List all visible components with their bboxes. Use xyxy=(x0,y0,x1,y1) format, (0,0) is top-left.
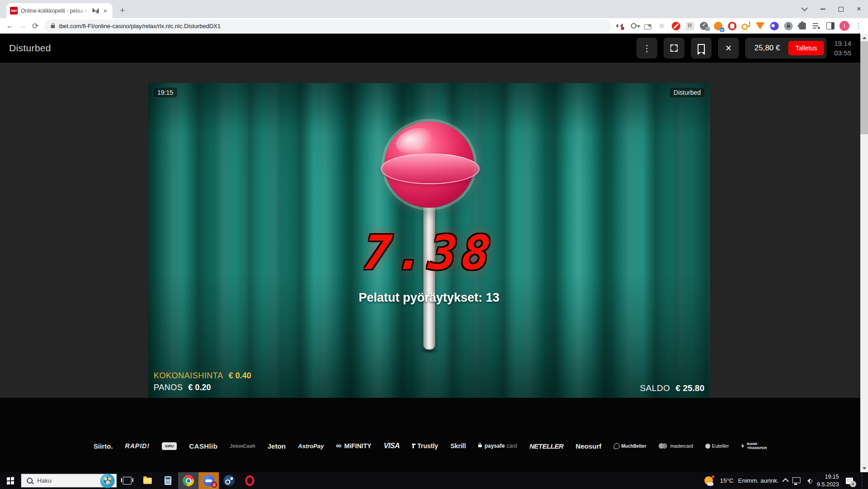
reload-button[interactable]: ⟳ xyxy=(29,20,42,32)
balance-info: SALDO € 25.80 xyxy=(640,383,704,393)
calculator-button[interactable] xyxy=(158,472,178,489)
deposit-button[interactable]: Talletus xyxy=(788,41,824,55)
game-menu-button[interactable]: ⋮ xyxy=(636,38,657,59)
lollipop-wrapper-band xyxy=(381,153,480,184)
smiley-extension-icon[interactable] xyxy=(768,20,780,32)
back-button[interactable]: ← xyxy=(4,20,16,32)
windows-taskbar: Haku 6 15°C Enimm. aurink. 19.15 9.5.202… xyxy=(0,472,868,489)
close-game-button[interactable]: × xyxy=(718,38,739,59)
game-canvas[interactable]: 19:15 Disturbed 7.38 Pelatut pyöräytykse… xyxy=(148,83,710,398)
weather-description[interactable]: Enimm. aurink. xyxy=(738,477,779,484)
search-highlight-image[interactable] xyxy=(100,474,115,488)
payment-logo-siirto: Siirto. xyxy=(93,442,113,450)
speedtest-extension-icon[interactable] xyxy=(698,20,710,32)
window-close-button[interactable]: × xyxy=(850,0,868,18)
action-center-button[interactable]: 4 xyxy=(844,475,855,487)
site-favicon: ibet xyxy=(10,7,18,15)
new-tab-button[interactable]: + xyxy=(116,4,129,17)
side-panel-icon[interactable] xyxy=(824,20,836,32)
windows-logo-icon xyxy=(7,477,14,484)
bet-label: PANOS xyxy=(154,381,183,393)
bet-info: KOKONAISHINTA € 0.40 PANOS € 0.20 xyxy=(154,370,251,393)
forward-button[interactable]: → xyxy=(16,20,29,32)
taskbar-clock[interactable]: 19.15 9.5.2023 xyxy=(817,473,839,488)
notification-count-badge: 4 xyxy=(850,481,856,487)
r-extension-icon[interactable]: R xyxy=(684,20,696,32)
blocker-hand-extension-icon[interactable] xyxy=(726,20,738,32)
metamask-extension-icon[interactable] xyxy=(754,20,766,32)
steam-taskbar-button[interactable] xyxy=(219,472,239,489)
euteller-icon xyxy=(705,444,710,449)
media-mute-icon[interactable] xyxy=(614,20,626,32)
payment-logo-euteller: Euteller xyxy=(705,443,729,449)
chrome-icon xyxy=(183,475,194,486)
payment-logo-muchbetter: MuchBetter xyxy=(614,443,646,449)
fullscreen-button[interactable] xyxy=(664,38,684,59)
volume-icon[interactable] xyxy=(805,478,812,484)
payment-logo-neosurf: Neosurf xyxy=(576,442,601,450)
payment-logo-astropay: AstroPay xyxy=(298,443,324,450)
opera-taskbar-button[interactable] xyxy=(239,472,260,489)
search-label: Haku xyxy=(37,477,52,484)
taskbar-search[interactable]: Haku xyxy=(21,474,117,488)
profile-avatar[interactable]: I xyxy=(839,20,850,32)
url-text[interactable]: ibet.com/fi-FI/online-casino/play/relax/… xyxy=(59,23,221,29)
media-playlist-icon[interactable] xyxy=(810,20,822,32)
window-minimize-button[interactable] xyxy=(814,0,832,18)
payment-logo-rapid: RAPID! xyxy=(125,442,150,450)
spins-played-text: Pelatut pyöräytykset: 13 xyxy=(148,291,710,305)
bookmark-star-icon[interactable]: ☆ xyxy=(656,20,668,32)
multiplier-display: 7.38 xyxy=(148,229,710,276)
search-icon xyxy=(27,478,33,484)
game-app-taskbar-button[interactable]: 6 xyxy=(199,472,219,489)
muchbetter-icon xyxy=(614,443,620,449)
game-clock-badge: 19:15 xyxy=(153,87,178,98)
tab-close-button[interactable]: × xyxy=(102,7,109,15)
tray-overflow-chevron-icon[interactable] xyxy=(782,478,789,484)
calculator-icon xyxy=(165,476,171,485)
file-explorer-button[interactable] xyxy=(137,472,158,489)
infinity-icon: ∞ xyxy=(336,441,341,450)
favorite-button[interactable] xyxy=(691,38,712,59)
payment-logo-jeton: Jeton xyxy=(267,442,286,450)
toolbar-icons: ☆ R m ! I ⋮ xyxy=(614,20,864,32)
share-icon[interactable] xyxy=(642,20,654,32)
privacy-lock-extension-icon[interactable] xyxy=(782,20,794,32)
saldo-label: SALDO xyxy=(640,383,670,393)
scrollbar-up-arrow[interactable] xyxy=(860,34,868,41)
browser-tab[interactable]: ibet Online-kolikkopelit - pelaa k × xyxy=(6,3,112,18)
task-view-button[interactable] xyxy=(117,472,137,489)
https-lock-icon[interactable] xyxy=(51,25,55,28)
app-notification-badge: 6 xyxy=(211,482,217,488)
extensions-puzzle-icon[interactable] xyxy=(796,20,808,32)
proxy-extension-icon[interactable]: m xyxy=(712,20,724,32)
bank-transfer-icon xyxy=(741,444,744,449)
network-icon[interactable] xyxy=(792,477,800,483)
scrollbar-down-arrow[interactable] xyxy=(860,465,868,472)
page-scrollbar[interactable] xyxy=(860,34,868,472)
mastercard-circles-icon xyxy=(659,443,668,449)
payment-logo-paysafecard: paysafecard xyxy=(478,443,517,449)
opera-icon xyxy=(245,475,254,486)
tab-search-chevron-icon[interactable] xyxy=(795,0,814,18)
window-restore-button[interactable] xyxy=(832,0,850,18)
game-title: Disturbed xyxy=(9,43,51,54)
payment-logo-neteller: NETELLER xyxy=(529,442,563,450)
scrollbar-thumb[interactable] xyxy=(860,41,868,134)
tab-muted-icon[interactable] xyxy=(92,8,98,14)
lollipop-candy xyxy=(384,122,474,208)
password-manager-extension-icon[interactable]: ! xyxy=(740,20,752,32)
saldo-value: € 25.80 xyxy=(676,383,704,393)
chrome-taskbar-button[interactable] xyxy=(178,472,199,489)
start-button[interactable] xyxy=(0,472,21,489)
total-cost-label: KOKONAISHINTA xyxy=(154,370,223,381)
address-bar[interactable]: ibet.com/fi-FI/online-casino/play/relax/… xyxy=(44,20,611,32)
browser-menu-kebab-icon[interactable]: ⋮ xyxy=(853,20,864,32)
folder-icon xyxy=(143,478,152,484)
show-desktop-button[interactable] xyxy=(862,472,864,489)
payment-logo-jetoncash: JetonCash xyxy=(230,443,255,449)
adblocker-extension-icon[interactable] xyxy=(670,20,682,32)
weather-icon[interactable] xyxy=(704,475,715,486)
password-key-icon[interactable] xyxy=(628,20,640,32)
weather-temperature[interactable]: 15°C xyxy=(720,477,733,484)
